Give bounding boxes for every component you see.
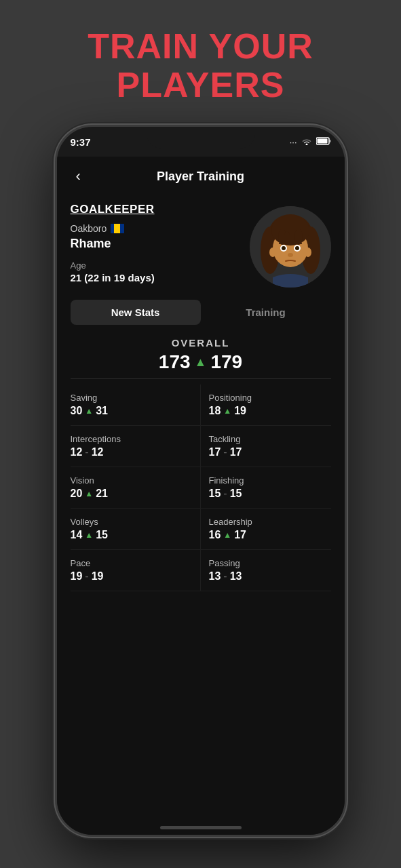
stat-separator: - xyxy=(223,446,227,458)
signal-icon: ··· xyxy=(290,137,297,147)
phone-screen: ‹ Player Training GOALKEEPER Oakboro xyxy=(57,157,345,835)
stat-new-value: 31 xyxy=(96,405,108,417)
stat-arrow-icon: ▲ xyxy=(223,406,231,416)
age-value: 21 (22 in 19 days) xyxy=(71,272,250,283)
power-button xyxy=(345,262,347,310)
wifi-icon xyxy=(301,137,312,147)
stat-new-value: 21 xyxy=(96,488,108,500)
home-indicator xyxy=(160,826,242,829)
stat-name: Pace xyxy=(71,558,192,568)
stat-separator: - xyxy=(223,570,227,583)
age-label: Age xyxy=(71,260,250,271)
stat-old-value: 12 xyxy=(71,446,83,458)
nav-bar: ‹ Player Training xyxy=(57,157,345,196)
stat-name: Passing xyxy=(209,558,331,568)
stat-old-value: 15 xyxy=(209,488,221,500)
svg-point-19 xyxy=(295,246,299,250)
stat-item: Interceptions12 - 12 xyxy=(71,426,201,467)
stat-new-value: 15 xyxy=(96,529,108,541)
overall-old-value: 173 xyxy=(159,351,191,373)
phone-notch xyxy=(147,127,255,149)
stat-name: Tackling xyxy=(209,434,331,444)
svg-rect-1 xyxy=(329,140,330,142)
tab-new-stats[interactable]: New Stats xyxy=(71,300,201,325)
stat-item: Pace19 - 19 xyxy=(71,550,201,591)
player-position: GOALKEEPER xyxy=(71,203,250,216)
stat-arrow-icon: ▲ xyxy=(85,489,93,498)
hero-section: TRAIN YOUR PLAYERS xyxy=(88,27,313,104)
stat-item: Volleys14 ▲ 15 xyxy=(71,509,201,550)
phone-shell: 9:37 ··· xyxy=(55,125,347,837)
stat-item: Positioning18 ▲ 19 xyxy=(201,384,331,426)
svg-point-20 xyxy=(288,253,293,257)
stat-values: 13 - 13 xyxy=(209,570,331,583)
stat-old-value: 16 xyxy=(209,529,221,541)
stat-item: Leadership16 ▲ 17 xyxy=(201,509,331,550)
svg-point-22 xyxy=(305,248,311,257)
stat-name: Volleys xyxy=(71,517,192,527)
stat-new-value: 15 xyxy=(230,488,242,500)
stat-arrow-icon: ▲ xyxy=(85,406,93,416)
back-button[interactable]: ‹ xyxy=(71,165,86,188)
stat-old-value: 13 xyxy=(209,570,221,583)
stat-new-value: 12 xyxy=(92,446,104,458)
stat-new-value: 19 xyxy=(92,570,104,583)
stat-new-value: 13 xyxy=(230,570,242,583)
player-name: Rhame xyxy=(71,237,250,251)
hero-title-line1: TRAIN YOUR xyxy=(88,27,313,66)
status-icons: ··· xyxy=(290,137,331,147)
stat-values: 16 ▲ 17 xyxy=(209,529,331,541)
stat-values: 19 - 19 xyxy=(71,570,192,583)
stat-new-value: 17 xyxy=(234,529,246,541)
nav-title: Player Training xyxy=(157,170,244,184)
stat-name: Leadership xyxy=(209,517,331,527)
stat-item: Vision20 ▲ 21 xyxy=(71,467,201,509)
stat-old-value: 19 xyxy=(71,570,83,583)
stat-name: Finishing xyxy=(209,475,331,486)
stat-name: Positioning xyxy=(209,393,331,403)
stat-separator: - xyxy=(85,570,88,583)
battery-icon xyxy=(316,137,331,147)
stat-name: Saving xyxy=(71,393,192,403)
stat-item: Finishing15 - 15 xyxy=(201,467,331,509)
stat-item: Passing13 - 13 xyxy=(201,550,331,591)
stat-item: Tackling17 - 17 xyxy=(201,426,331,467)
stat-old-value: 14 xyxy=(71,529,83,541)
flag-icon xyxy=(111,224,124,233)
stat-arrow-icon: ▲ xyxy=(223,530,231,540)
svg-marker-4 xyxy=(114,224,120,233)
tabs-row: New Stats Training xyxy=(71,300,331,325)
stat-new-value: 17 xyxy=(230,446,242,458)
stat-values: 14 ▲ 15 xyxy=(71,529,192,541)
svg-rect-5 xyxy=(111,224,114,233)
overall-arrow-icon: ▲ xyxy=(195,355,207,370)
stat-arrow-icon: ▲ xyxy=(85,530,93,540)
overall-divider xyxy=(71,378,331,379)
stat-values: 20 ▲ 21 xyxy=(71,488,192,500)
tab-training[interactable]: Training xyxy=(201,300,331,325)
overall-values: 173 ▲ 179 xyxy=(57,351,345,373)
stat-item: Saving30 ▲ 31 xyxy=(71,384,201,426)
overall-new-value: 179 xyxy=(210,351,242,373)
hero-title-line2: PLAYERS xyxy=(88,66,313,104)
svg-rect-2 xyxy=(317,138,327,143)
status-time: 9:37 xyxy=(71,136,91,148)
stat-values: 18 ▲ 19 xyxy=(209,405,331,417)
stat-old-value: 17 xyxy=(209,446,221,458)
svg-point-21 xyxy=(269,248,276,257)
stat-new-value: 19 xyxy=(234,405,246,417)
stat-values: 17 - 17 xyxy=(209,446,331,458)
stat-name: Vision xyxy=(71,475,192,486)
stat-old-value: 30 xyxy=(71,405,83,417)
overall-label: OVERALL xyxy=(57,337,345,349)
player-avatar xyxy=(250,206,331,288)
stat-separator: - xyxy=(85,446,88,458)
svg-point-12 xyxy=(271,216,309,245)
stat-values: 12 - 12 xyxy=(71,446,192,458)
stat-values: 15 - 15 xyxy=(209,488,331,500)
player-info: GOALKEEPER Oakboro xyxy=(71,203,250,283)
player-club-row: Oakboro xyxy=(71,223,250,234)
svg-rect-6 xyxy=(120,224,124,233)
svg-point-18 xyxy=(282,246,286,250)
stat-separator: - xyxy=(223,488,227,500)
